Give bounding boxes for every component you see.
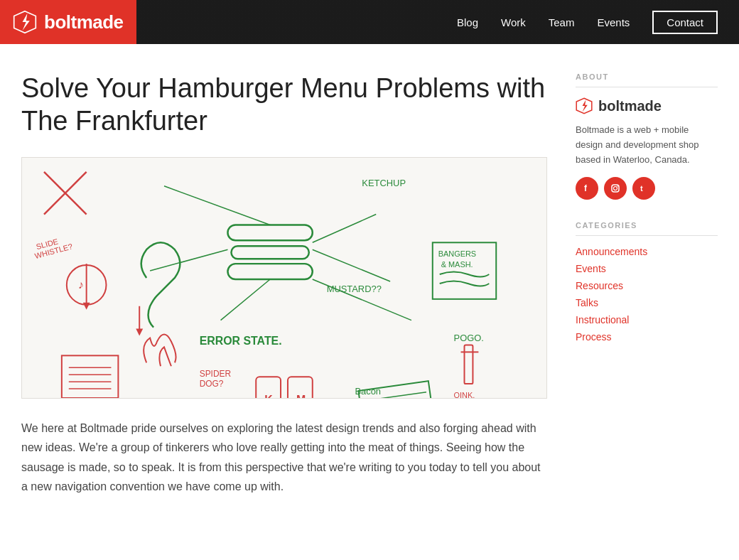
article-body: We here at Boltmade pride ourselves on e… <box>21 419 547 496</box>
svg-line-24 <box>150 249 227 271</box>
sidebar-bolt-icon <box>576 97 593 114</box>
svg-text:t: t <box>640 184 643 193</box>
svg-marker-50 <box>136 329 143 336</box>
sidebar: ABOUT boltmade Boltmade is a web + mobil… <box>576 72 718 496</box>
svg-line-20 <box>164 186 270 225</box>
sidebar-about-text: Boltmade is a web + mobile design and de… <box>576 123 718 167</box>
svg-text:SPIDER: SPIDER <box>200 369 232 379</box>
category-process[interactable]: Process <box>576 331 718 343</box>
svg-text:♪: ♪ <box>78 279 84 291</box>
svg-text:DOG?: DOG? <box>200 379 224 389</box>
nav-events[interactable]: Events <box>597 16 630 28</box>
instagram-icon[interactable] <box>604 177 627 200</box>
nav-work[interactable]: Work <box>501 16 526 28</box>
sidebar-logo: boltmade <box>576 97 718 114</box>
category-events[interactable]: Events <box>576 263 718 274</box>
svg-text:M: M <box>296 394 306 398</box>
nav-team[interactable]: Team <box>549 16 575 28</box>
svg-point-55 <box>614 187 617 190</box>
main-layout: Solve Your Hamburger Menu Problems with … <box>0 44 739 524</box>
svg-text:& MASH.: & MASH. <box>441 260 473 269</box>
svg-line-23 <box>313 249 390 281</box>
categories-title: CATEGORIES <box>576 221 718 236</box>
article: Solve Your Hamburger Menu Problems with … <box>21 72 547 496</box>
svg-marker-9 <box>83 303 90 310</box>
svg-text:OINK.: OINK. <box>454 391 475 398</box>
category-resources[interactable]: Resources <box>576 280 718 291</box>
svg-text:K: K <box>264 394 273 398</box>
svg-marker-1 <box>23 14 30 31</box>
svg-rect-39 <box>465 345 473 384</box>
about-title: ABOUT <box>576 72 718 87</box>
sidebar-logo-text: boltmade <box>598 98 662 114</box>
category-talks[interactable]: Talks <box>576 297 718 308</box>
logo[interactable]: boltmade <box>0 0 136 44</box>
svg-rect-19 <box>227 264 312 279</box>
svg-text:BANGERS: BANGERS <box>438 249 476 258</box>
svg-text:ERROR STATE.: ERROR STATE. <box>200 335 282 348</box>
social-icons: f t <box>576 177 718 200</box>
whiteboard-sketch: SLIDE WHISTLE? ♪ REVEAL MENU. <box>22 158 546 398</box>
category-instructional[interactable]: Instructional <box>576 314 718 325</box>
nav-blog[interactable]: Blog <box>457 16 478 28</box>
svg-point-56 <box>617 186 618 188</box>
svg-rect-17 <box>227 225 312 241</box>
svg-rect-10 <box>62 356 119 399</box>
svg-marker-52 <box>583 100 588 112</box>
main-nav: Blog Work Team Events Contact <box>457 11 718 34</box>
svg-rect-18 <box>231 246 308 259</box>
svg-line-22 <box>313 215 376 243</box>
article-image: SLIDE WHISTLE? ♪ REVEAL MENU. <box>21 157 547 399</box>
nav-contact[interactable]: Contact <box>652 11 718 34</box>
category-announcements[interactable]: Announcements <box>576 246 718 257</box>
sidebar-about: ABOUT boltmade Boltmade is a web + mobil… <box>576 72 718 200</box>
svg-line-21 <box>221 279 271 321</box>
facebook-icon[interactable]: f <box>576 177 598 200</box>
svg-text:KETCHUP: KETCHUP <box>362 178 406 188</box>
svg-text:f: f <box>584 183 588 193</box>
article-title: Solve Your Hamburger Menu Problems with … <box>21 72 547 137</box>
logo-text: boltmade <box>44 11 124 33</box>
svg-text:POGO.: POGO. <box>454 333 484 344</box>
header: boltmade Blog Work Team Events Contact <box>0 0 739 44</box>
bolt-icon <box>13 10 37 34</box>
sidebar-categories: CATEGORIES Announcements Events Resource… <box>576 221 718 343</box>
twitter-icon[interactable]: t <box>632 177 655 200</box>
svg-text:MUSTARD??: MUSTARD?? <box>327 284 382 294</box>
